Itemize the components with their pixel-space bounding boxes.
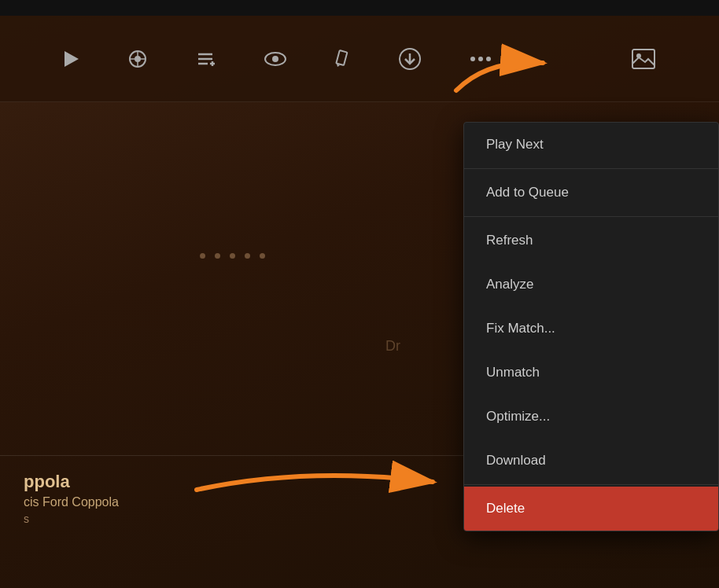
pencil-icon[interactable] bbox=[334, 50, 351, 68]
add-list-icon[interactable] bbox=[195, 50, 217, 68]
image-icon[interactable] bbox=[631, 48, 656, 70]
svg-rect-19 bbox=[632, 50, 654, 68]
menu-item-refresh[interactable]: Refresh bbox=[464, 219, 718, 263]
media-extra: s bbox=[24, 513, 441, 525]
eye-icon[interactable] bbox=[264, 51, 286, 67]
menu-item-download[interactable]: Download bbox=[464, 439, 718, 483]
menu-item-fix-match[interactable]: Fix Match... bbox=[464, 307, 718, 351]
main-content bbox=[0, 102, 464, 409]
svg-marker-0 bbox=[65, 51, 79, 67]
dot-5 bbox=[260, 253, 265, 259]
menu-divider-1 bbox=[464, 168, 718, 169]
play-icon[interactable] bbox=[63, 50, 80, 68]
menu-divider-2 bbox=[464, 216, 718, 217]
truncated-text: Dr bbox=[385, 338, 400, 355]
context-menu: Play Next Add to Queue Refresh Analyze F… bbox=[463, 122, 719, 531]
menu-item-delete[interactable]: Delete bbox=[464, 487, 718, 531]
download-circle-icon[interactable] bbox=[398, 47, 422, 71]
menu-item-optimize[interactable]: Optimize... bbox=[464, 395, 718, 439]
top-bar bbox=[0, 0, 719, 16]
dot-2 bbox=[215, 253, 220, 259]
dots-row bbox=[200, 253, 265, 259]
dot-1 bbox=[200, 253, 205, 259]
menu-item-play-next[interactable]: Play Next bbox=[464, 123, 718, 167]
arrow-2 bbox=[149, 450, 456, 513]
toolbar bbox=[0, 16, 719, 102]
dot-4 bbox=[245, 253, 250, 259]
menu-item-add-to-queue[interactable]: Add to Queue bbox=[464, 171, 718, 215]
menu-item-analyze[interactable]: Analyze bbox=[464, 263, 718, 307]
film-icon[interactable] bbox=[127, 50, 148, 68]
svg-point-11 bbox=[272, 56, 278, 62]
svg-rect-12 bbox=[336, 50, 347, 65]
menu-divider-3 bbox=[464, 484, 718, 485]
dot-3 bbox=[230, 253, 235, 259]
arrow-1 bbox=[441, 43, 559, 106]
menu-item-unmatch[interactable]: Unmatch bbox=[464, 351, 718, 395]
